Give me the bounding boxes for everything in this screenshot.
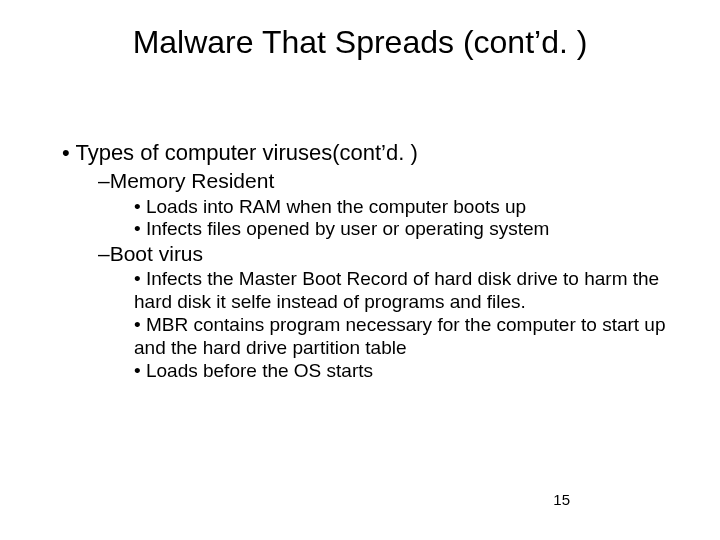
bullet-level3: • Loads into RAM when the computer boots… — [134, 196, 670, 219]
bullet-level3: • MBR contains program necessary for the… — [134, 314, 670, 360]
bullet-level1: • Types of computer viruses(cont’d. ) — [62, 140, 670, 166]
slide-title: Malware That Spreads (cont’d. ) — [0, 24, 720, 61]
bullet-level2: –Boot virus — [98, 241, 670, 266]
slide: Malware That Spreads (cont’d. ) • Types … — [0, 0, 720, 540]
bullet-level3: • Infects the Master Boot Record of hard… — [134, 268, 670, 314]
slide-body: • Types of computer viruses(cont’d. ) –M… — [62, 140, 670, 382]
bullet-level3: • Infects files opened by user or operat… — [134, 218, 670, 241]
bullet-level2: –Memory Resident — [98, 168, 670, 193]
page-number: 15 — [553, 491, 570, 508]
bullet-level3: • Loads before the OS starts — [134, 360, 670, 383]
